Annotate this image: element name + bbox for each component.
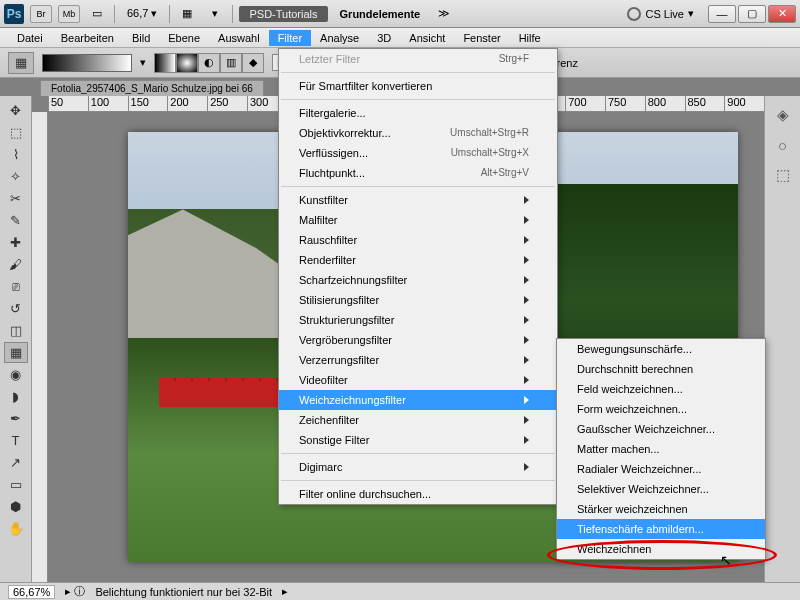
brush-tool[interactable]: 🖌 bbox=[4, 254, 28, 275]
zoom-level[interactable]: 66,7 ▾ bbox=[121, 7, 163, 20]
gradient-preview[interactable] bbox=[42, 54, 132, 72]
linear-gradient[interactable] bbox=[154, 53, 176, 73]
blur-item[interactable]: Tiefenschärfe abmildern... bbox=[557, 519, 765, 539]
menu-filter[interactable]: Filter bbox=[269, 30, 311, 46]
menu-datei[interactable]: Datei bbox=[8, 30, 52, 46]
radial-gradient[interactable] bbox=[176, 53, 198, 73]
gradient-picker-arrow[interactable]: ▾ bbox=[140, 56, 146, 69]
filter-item: Letzter FilterStrg+F bbox=[279, 49, 557, 69]
blur-item[interactable]: Selektiver Weichzeichner... bbox=[557, 479, 765, 499]
blur-item[interactable]: Durchschnitt berechnen bbox=[557, 359, 765, 379]
channels-panel-icon[interactable]: ○ bbox=[772, 134, 794, 156]
filter-item[interactable]: Vergröberungsfilter bbox=[279, 330, 557, 350]
filter-item[interactable]: Weichzeichnungsfilter bbox=[279, 390, 557, 410]
filter-menu-dropdown: Letzter FilterStrg+FFür Smartfilter konv… bbox=[278, 48, 558, 505]
filter-item[interactable]: Renderfilter bbox=[279, 250, 557, 270]
menu-3d[interactable]: 3D bbox=[368, 30, 400, 46]
eraser-tool[interactable]: ◫ bbox=[4, 320, 28, 341]
panels-dock: ◈ ○ ⬚ bbox=[764, 96, 800, 582]
filter-item[interactable]: Stilisierungsfilter bbox=[279, 290, 557, 310]
filter-item[interactable]: Fluchtpunkt...Alt+Strg+V bbox=[279, 163, 557, 183]
reflected-gradient[interactable]: ▥ bbox=[220, 53, 242, 73]
filter-item[interactable]: Filter online durchsuchen... bbox=[279, 484, 557, 504]
filter-item[interactable]: Videofilter bbox=[279, 370, 557, 390]
filter-item[interactable]: Strukturierungsfilter bbox=[279, 310, 557, 330]
photoshop-logo: Ps bbox=[4, 4, 24, 24]
shape-tool[interactable]: ▭ bbox=[4, 474, 28, 495]
gradient-tool[interactable]: ▦ bbox=[4, 342, 28, 363]
maximize-button[interactable]: ▢ bbox=[738, 5, 766, 23]
wand-tool[interactable]: ✧ bbox=[4, 166, 28, 187]
gradient-tool-icon[interactable]: ▦ bbox=[8, 52, 34, 74]
minimize-button[interactable]: — bbox=[708, 5, 736, 23]
blur-item[interactable]: Stärker weichzeichnen bbox=[557, 499, 765, 519]
gradient-types: ◐ ▥ ◆ bbox=[154, 53, 264, 73]
move-tool[interactable]: ✥ bbox=[4, 100, 28, 121]
menu-ansicht[interactable]: Ansicht bbox=[400, 30, 454, 46]
status-zoom[interactable]: 66,67% bbox=[8, 585, 55, 599]
blur-item[interactable]: Form weichzeichnen... bbox=[557, 399, 765, 419]
dodge-tool[interactable]: ◗ bbox=[4, 386, 28, 407]
filter-item[interactable]: Für Smartfilter konvertieren bbox=[279, 76, 557, 96]
minibridge-button[interactable]: Mb bbox=[58, 5, 80, 23]
filter-item[interactable]: Kunstfilter bbox=[279, 190, 557, 210]
paths-panel-icon[interactable]: ⬚ bbox=[772, 164, 794, 186]
filter-item[interactable]: Rauschfilter bbox=[279, 230, 557, 250]
workspace-psdtutorials[interactable]: PSD-Tutorials bbox=[239, 6, 327, 22]
filter-item[interactable]: Malfilter bbox=[279, 210, 557, 230]
blur-item[interactable]: Radialer Weichzeichner... bbox=[557, 459, 765, 479]
status-bar: 66,67% ▸ ⓘ Belichtung funktioniert nur b… bbox=[0, 582, 800, 600]
status-message: Belichtung funktioniert nur bei 32-Bit bbox=[95, 586, 272, 598]
blur-submenu: Bewegungsunschärfe...Durchschnitt berech… bbox=[556, 338, 766, 560]
filter-item[interactable]: Scharfzeichnungsfilter bbox=[279, 270, 557, 290]
heal-tool[interactable]: ✚ bbox=[4, 232, 28, 253]
tools-panel: ✥ ⬚ ⌇ ✧ ✂ ✎ ✚ 🖌 ⎚ ↺ ◫ ▦ ◉ ◗ ✒ T ↗ ▭ ⬢ ✋ bbox=[0, 96, 32, 582]
titlebar: Ps Br Mb ▭ 66,7 ▾ ▦ ▾ PSD-Tutorials Grun… bbox=[0, 0, 800, 28]
menu-analyse[interactable]: Analyse bbox=[311, 30, 368, 46]
pen-tool[interactable]: ✒ bbox=[4, 408, 28, 429]
filter-item[interactable]: Sonstige Filter bbox=[279, 430, 557, 450]
arrange-icon[interactable]: ▾ bbox=[204, 5, 226, 23]
3d-tool[interactable]: ⬢ bbox=[4, 496, 28, 517]
lasso-tool[interactable]: ⌇ bbox=[4, 144, 28, 165]
document-tab[interactable]: Fotolia_2957406_S_Mario Schulze.jpg bei … bbox=[40, 80, 264, 96]
blur-item[interactable]: Matter machen... bbox=[557, 439, 765, 459]
screen-mode-icon[interactable]: ▭ bbox=[86, 5, 108, 23]
workspace-more[interactable]: ≫ bbox=[432, 7, 456, 20]
menu-auswahl[interactable]: Auswahl bbox=[209, 30, 269, 46]
workspace-grundelemente[interactable]: Grundelemente bbox=[334, 8, 427, 20]
menu-bearbeiten[interactable]: Bearbeiten bbox=[52, 30, 123, 46]
filter-item[interactable]: Verzerrungsfilter bbox=[279, 350, 557, 370]
view-extras-icon[interactable]: ▦ bbox=[176, 5, 198, 23]
filter-item[interactable]: Digimarc bbox=[279, 457, 557, 477]
blur-item[interactable]: Gaußscher Weichzeichner... bbox=[557, 419, 765, 439]
menu-fenster[interactable]: Fenster bbox=[454, 30, 509, 46]
angle-gradient[interactable]: ◐ bbox=[198, 53, 220, 73]
bridge-button[interactable]: Br bbox=[30, 5, 52, 23]
type-tool[interactable]: T bbox=[4, 430, 28, 451]
filter-item[interactable]: Objektivkorrektur...Umschalt+Strg+R bbox=[279, 123, 557, 143]
cslive-button[interactable]: CS Live ▾ bbox=[627, 7, 694, 21]
status-doc-icon: ▸ ⓘ bbox=[65, 584, 85, 599]
filter-item[interactable]: Filtergalerie... bbox=[279, 103, 557, 123]
close-button[interactable]: ✕ bbox=[768, 5, 796, 23]
crop-tool[interactable]: ✂ bbox=[4, 188, 28, 209]
menu-hilfe[interactable]: Hilfe bbox=[510, 30, 550, 46]
layers-panel-icon[interactable]: ◈ bbox=[772, 104, 794, 126]
blur-item[interactable]: Weichzeichnen bbox=[557, 539, 765, 559]
hand-tool[interactable]: ✋ bbox=[4, 518, 28, 539]
marquee-tool[interactable]: ⬚ bbox=[4, 122, 28, 143]
diamond-gradient[interactable]: ◆ bbox=[242, 53, 264, 73]
menu-ebene[interactable]: Ebene bbox=[159, 30, 209, 46]
menu-bild[interactable]: Bild bbox=[123, 30, 159, 46]
filter-item[interactable]: Verflüssigen...Umschalt+Strg+X bbox=[279, 143, 557, 163]
history-brush-tool[interactable]: ↺ bbox=[4, 298, 28, 319]
filter-item[interactable]: Zeichenfilter bbox=[279, 410, 557, 430]
blur-item[interactable]: Feld weichzeichnen... bbox=[557, 379, 765, 399]
blur-tool[interactable]: ◉ bbox=[4, 364, 28, 385]
blur-item[interactable]: Bewegungsunschärfe... bbox=[557, 339, 765, 359]
ruler-vertical bbox=[32, 112, 48, 582]
path-tool[interactable]: ↗ bbox=[4, 452, 28, 473]
stamp-tool[interactable]: ⎚ bbox=[4, 276, 28, 297]
eyedropper-tool[interactable]: ✎ bbox=[4, 210, 28, 231]
